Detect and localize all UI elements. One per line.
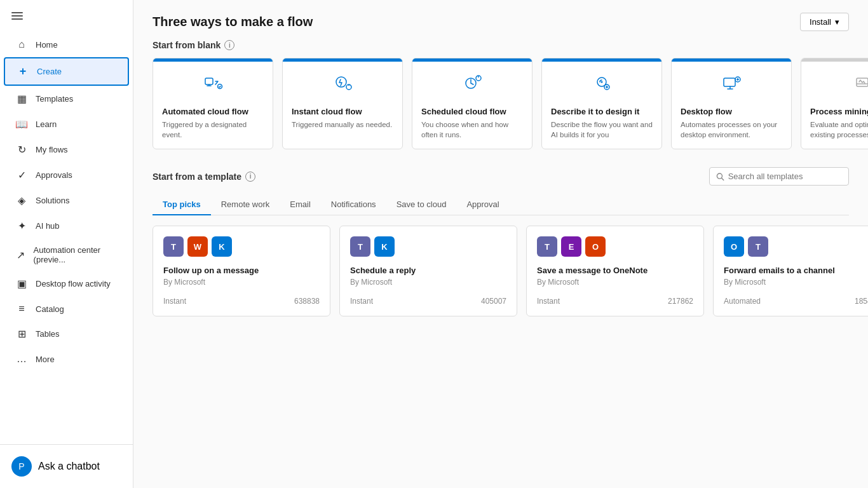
blank-card-automated-cloud-flow[interactable]: Automated cloud flow Triggered by a desi… bbox=[153, 58, 273, 149]
sidebar-item-create[interactable]: +Create bbox=[4, 57, 129, 86]
info-icon[interactable]: i bbox=[224, 40, 234, 50]
search-icon bbox=[716, 172, 724, 181]
template-info-icon[interactable]: i bbox=[245, 172, 255, 182]
chevron-down-icon: ▾ bbox=[835, 17, 839, 27]
app-icon: K bbox=[374, 236, 395, 257]
sidebar-item-solutions[interactable]: ◈Solutions bbox=[4, 188, 129, 213]
sidebar-label-create: Create bbox=[37, 67, 62, 76]
install-button[interactable]: Install ▾ bbox=[800, 13, 849, 31]
card-title: Process mining bbox=[810, 107, 868, 116]
template-card-save-to-onenote[interactable]: TEO Save a message to OneNote By Microso… bbox=[526, 226, 704, 316]
template-footer: Instant 217862 bbox=[537, 297, 693, 306]
tab-email[interactable]: Email bbox=[280, 194, 321, 215]
main-content: Three ways to make a flow Install ▾ Star… bbox=[133, 0, 868, 488]
svg-rect-0 bbox=[205, 78, 213, 85]
blank-card-describe-to-design[interactable]: Describe it to design it Describe the fl… bbox=[541, 58, 662, 149]
template-footer: Instant 638838 bbox=[163, 297, 320, 306]
app-icon: E bbox=[561, 236, 581, 257]
chatbot-button[interactable]: P Ask a chatbot bbox=[0, 450, 133, 483]
template-icons: TWK bbox=[163, 236, 320, 257]
search-templates-input[interactable] bbox=[728, 172, 842, 181]
my-flows-icon: ↻ bbox=[15, 144, 28, 156]
sidebar-item-more[interactable]: …More bbox=[4, 347, 129, 371]
card-desc: Describe the flow you want and AI builds… bbox=[551, 119, 653, 140]
sidebar-item-my-flows[interactable]: ↻My flows bbox=[4, 137, 129, 162]
template-by: By Microsoft bbox=[350, 278, 506, 287]
card-desc: You choose when and how often it runs. bbox=[421, 119, 523, 140]
card-top-bar bbox=[153, 58, 273, 62]
tab-save-to-cloud[interactable]: Save to cloud bbox=[386, 194, 457, 215]
template-card-forward-emails[interactable]: OT Forward emails to a channel By Micros… bbox=[713, 226, 868, 316]
templates-icon: ▦ bbox=[15, 93, 28, 105]
sidebar-item-approvals[interactable]: ✓Approvals bbox=[4, 163, 129, 187]
card-top-bar bbox=[672, 58, 791, 62]
sidebar-item-templates[interactable]: ▦Templates bbox=[4, 86, 129, 111]
page-title: Three ways to make a flow bbox=[153, 15, 313, 29]
learn-icon: 📖 bbox=[15, 118, 28, 130]
header-row: Three ways to make a flow Install ▾ bbox=[153, 13, 849, 31]
card-flow-icon bbox=[672, 73, 791, 98]
sidebar-label-solutions: Solutions bbox=[36, 196, 69, 205]
blank-card-scheduled-cloud-flow[interactable]: Scheduled cloud flow You choose when and… bbox=[412, 58, 532, 149]
template-icons: OT bbox=[724, 236, 868, 257]
sidebar-label-home: Home bbox=[36, 40, 58, 50]
app-icon: T bbox=[350, 236, 370, 257]
template-footer: Automated 185400 bbox=[724, 297, 868, 306]
template-card-follow-up-message[interactable]: TWK Follow up on a message By Microsoft … bbox=[153, 226, 330, 316]
sidebar-item-automation-center[interactable]: ↗Automation center (previe... bbox=[4, 239, 129, 271]
tab-approval[interactable]: Approval bbox=[456, 194, 509, 215]
svg-point-1 bbox=[218, 85, 222, 89]
template-footer: Instant 405007 bbox=[350, 297, 506, 306]
sidebar-item-tables[interactable]: ⊞Tables bbox=[4, 322, 129, 346]
template-card-schedule-reply[interactable]: TK Schedule a reply By Microsoft Instant… bbox=[339, 226, 517, 316]
template-cards-row: TWK Follow up on a message By Microsoft … bbox=[153, 226, 849, 316]
template-type: Automated bbox=[724, 297, 761, 306]
blank-card-process-mining[interactable]: Process mining Evaluate and optimize you… bbox=[801, 58, 868, 149]
sidebar-item-home[interactable]: ⌂Home bbox=[4, 32, 129, 57]
card-body: Describe it to design it Describe the fl… bbox=[542, 107, 661, 140]
sidebar-label-my-flows: My flows bbox=[36, 145, 68, 154]
sidebar-label-ai-hub: AI hub bbox=[36, 221, 60, 231]
card-title: Scheduled cloud flow bbox=[421, 107, 523, 116]
sidebar-label-more: More bbox=[36, 355, 55, 364]
app-icon: K bbox=[212, 236, 232, 257]
template-by: By Microsoft bbox=[537, 278, 693, 287]
app-icon: T bbox=[163, 236, 184, 257]
sidebar: ⌂Home+Create▦Templates📖Learn↻My flows✓Ap… bbox=[0, 0, 133, 488]
tab-notifications[interactable]: Notifications bbox=[321, 194, 386, 215]
hamburger-menu[interactable] bbox=[0, 0, 133, 32]
card-top-bar bbox=[542, 58, 661, 62]
sidebar-item-catalog[interactable]: ≡Catalog bbox=[4, 297, 129, 321]
card-title: Instant cloud flow bbox=[292, 107, 393, 116]
card-title: Desktop flow bbox=[681, 107, 782, 116]
tab-remote-work[interactable]: Remote work bbox=[211, 194, 280, 215]
chatbot-label: Ask a chatbot bbox=[38, 461, 100, 472]
blank-card-desktop-flow[interactable]: Desktop flow Automates processes on your… bbox=[671, 58, 792, 149]
tab-top-picks[interactable]: Top picks bbox=[153, 194, 211, 215]
sidebar-label-automation-center: Automation center (previe... bbox=[34, 245, 118, 264]
sidebar-item-desktop-flow-activity[interactable]: ▣Desktop flow activity bbox=[4, 271, 129, 296]
ai-hub-icon: ✦ bbox=[15, 220, 28, 232]
sidebar-bottom: P Ask a chatbot bbox=[0, 444, 133, 488]
sidebar-label-approvals: Approvals bbox=[36, 170, 72, 180]
template-type: Instant bbox=[163, 297, 186, 306]
sidebar-label-learn: Learn bbox=[36, 119, 57, 129]
sidebar-label-desktop-flow-activity: Desktop flow activity bbox=[36, 279, 111, 288]
template-type: Instant bbox=[350, 297, 373, 306]
card-body: Process mining Evaluate and optimize you… bbox=[801, 107, 868, 140]
sidebar-label-tables: Tables bbox=[36, 329, 60, 339]
more-icon: … bbox=[15, 353, 28, 365]
sidebar-item-learn[interactable]: 📖Learn bbox=[4, 112, 129, 137]
card-desc: Triggered by a designated event. bbox=[162, 119, 264, 140]
svg-point-9 bbox=[601, 81, 603, 83]
tables-icon: ⊞ bbox=[15, 328, 28, 340]
sidebar-item-ai-hub[interactable]: ✦AI hub bbox=[4, 214, 129, 238]
home-icon: ⌂ bbox=[15, 39, 28, 50]
card-desc: Triggered manually as needed. bbox=[292, 119, 393, 130]
search-templates-box[interactable] bbox=[709, 167, 849, 186]
svg-line-20 bbox=[722, 178, 724, 180]
card-flow-icon bbox=[153, 73, 273, 98]
template-type: Instant bbox=[537, 297, 560, 306]
card-desc: Automates processes on your desktop envi… bbox=[681, 119, 782, 140]
blank-card-instant-cloud-flow[interactable]: Instant cloud flow Triggered manually as… bbox=[282, 58, 403, 149]
